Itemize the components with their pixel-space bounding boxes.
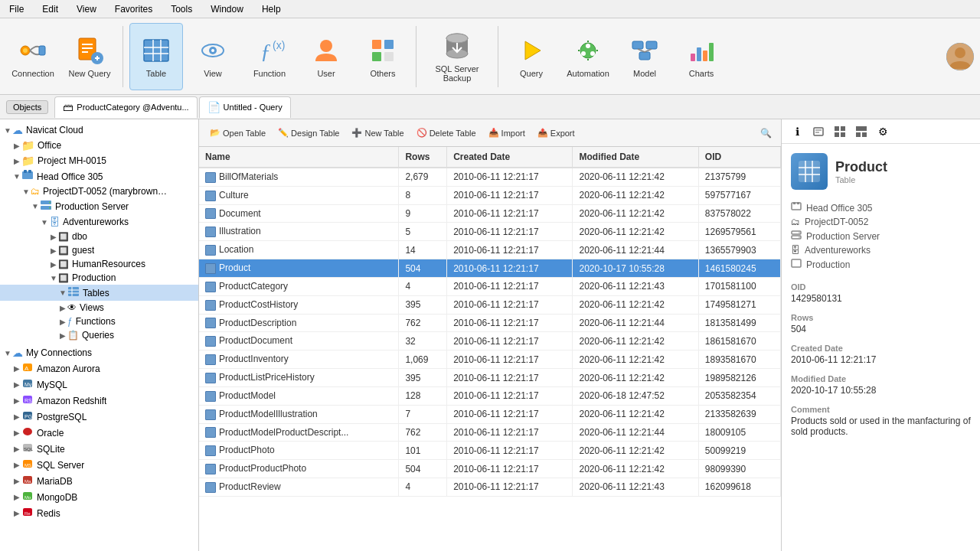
new-table-btn[interactable]: ➕ New Table xyxy=(347,126,408,140)
import-btn[interactable]: 📥 Import xyxy=(484,126,530,140)
sidebar-item-sqlite[interactable]: ▶ SQL SQLite xyxy=(0,441,198,457)
modified-date-label: Modified Date xyxy=(791,374,971,383)
toolbar-query[interactable]: Query xyxy=(505,23,558,90)
open-table-btn[interactable]: 📂 Open Table xyxy=(205,126,270,140)
table-row[interactable]: ProductDescription7622010-06-11 12:21:17… xyxy=(199,314,781,332)
sidebar-item-oracle[interactable]: ▶ Oracle xyxy=(0,425,198,441)
table-row[interactable]: ProductModelProductDescript...7622010-06… xyxy=(199,423,781,442)
toolbar-function[interactable]: ƒ (x) Function xyxy=(243,23,296,90)
table-row[interactable]: ProductModelIllustration72010-06-11 12:2… xyxy=(199,405,781,423)
cell-modified: 2020-06-11 12:21:42 xyxy=(573,223,698,241)
toolbar-connection[interactable]: Connection xyxy=(6,23,60,90)
sidebar-item-guest[interactable]: ▶ 🔲 guest xyxy=(0,243,198,257)
sidebar-item-head-office[interactable]: ▼ Head Office 305 xyxy=(0,168,198,184)
sidebar-item-views[interactable]: ▶ 👁 Views xyxy=(0,301,198,315)
sidebar-item-adventureworks[interactable]: ▼ 🗄 Adventureworks xyxy=(0,214,198,230)
search-box[interactable]: 🔍 xyxy=(756,124,775,142)
toolbar-charts[interactable]: Charts xyxy=(675,23,728,90)
new-query-label: New Query xyxy=(68,69,110,78)
tab-product-category[interactable]: 🗃 ProductCategory @Adventu... xyxy=(54,96,197,118)
menu-file[interactable]: File xyxy=(6,2,27,16)
settings-btn[interactable]: ⚙ xyxy=(874,122,892,141)
sidebar-item-production-server[interactable]: ▼ Production Server xyxy=(0,198,198,214)
detail-rows: Rows 504 xyxy=(791,313,971,334)
tab-bar: Objects 🗃 ProductCategory @Adventu... 📄 … xyxy=(0,95,980,119)
sidebar-item-mariadb[interactable]: ▶ Ma MariaDB xyxy=(0,473,198,489)
sidebar-item-my-connections[interactable]: ▼ ☁ My Connections xyxy=(0,345,198,360)
menu-edit[interactable]: Edit xyxy=(39,2,61,16)
tab-untitled-query[interactable]: 📄 Untitled - Query xyxy=(199,96,291,118)
menu-favorites[interactable]: Favorites xyxy=(112,2,155,16)
ddl-btn[interactable] xyxy=(809,122,828,141)
tables-label: Tables xyxy=(83,288,109,298)
sidebar-item-mongodb[interactable]: ▶ Mo MongoDB xyxy=(0,489,198,505)
sidebar-item-amazon-redshift[interactable]: ▶ RS Amazon Redshift xyxy=(0,393,198,409)
sidebar-item-functions[interactable]: ▶ ƒ Functions xyxy=(0,315,198,328)
toolbar-table[interactable]: Table xyxy=(129,23,183,90)
sidebar-item-dbo[interactable]: ▶ 🔲 dbo xyxy=(0,230,198,243)
table-row[interactable]: ProductCostHistory3952010-06-11 12:21:17… xyxy=(199,295,781,314)
grid-btn[interactable] xyxy=(831,122,849,141)
table-row[interactable]: Document92010-06-11 12:21:172020-06-11 1… xyxy=(199,204,781,223)
production-server-icon xyxy=(40,200,52,213)
cell-oid: 98099390 xyxy=(698,460,780,478)
toolbar-new-query[interactable]: New Query xyxy=(63,23,116,90)
info-btn[interactable]: ℹ xyxy=(788,122,806,141)
sidebar-item-project-mh[interactable]: ▶ 📁 Project MH-0015 xyxy=(0,153,198,168)
sidebar-item-navicat-cloud[interactable]: ▼ ☁ Navicat Cloud xyxy=(0,122,198,138)
table-row[interactable]: ProductInventory1,0692010-06-11 12:21:17… xyxy=(199,350,781,369)
sidebar-item-projectdt[interactable]: ▼ 🗂 ProjectDT-0052 (marybrown… xyxy=(0,184,198,198)
toolbar-sql-backup[interactable]: SQL Server Backup xyxy=(423,23,492,90)
head-office-label: Head Office 305 xyxy=(37,171,103,182)
tables-icon xyxy=(67,286,80,299)
svg-line-43 xyxy=(645,49,652,52)
menu-window[interactable]: Window xyxy=(207,2,247,16)
delete-table-btn[interactable]: 🚫 Delete Table xyxy=(412,126,481,140)
table-row[interactable]: Illustration52010-06-11 12:21:172020-06-… xyxy=(199,223,781,241)
table-row-icon xyxy=(205,373,216,383)
sidebar-item-mysql[interactable]: ▶ My MySQL xyxy=(0,377,198,393)
table-row[interactable]: Location142010-06-11 12:21:172020-06-11 … xyxy=(199,241,781,259)
toolbar-user[interactable]: User xyxy=(299,23,353,90)
menu-view[interactable]: View xyxy=(74,2,100,16)
views-arrow: ▶ xyxy=(58,304,67,312)
table-row[interactable]: ProductListPriceHistory3952010-06-11 12:… xyxy=(199,369,781,387)
sidebar-item-sql-server[interactable]: ▶ MS SQL Server xyxy=(0,457,198,473)
sidebar-item-tables[interactable]: ▼ Tables xyxy=(0,285,198,301)
table-row[interactable]: ProductCategory42010-06-11 12:21:172020-… xyxy=(199,277,781,295)
table-row[interactable]: BillOfMaterials2,6792010-06-11 12:21:172… xyxy=(199,168,781,186)
menu-tools[interactable]: Tools xyxy=(168,2,195,16)
sidebar-item-postgresql[interactable]: ▶ PG PostgreSQL xyxy=(0,409,198,425)
table-container[interactable]: Name Rows Created Date Modified Date OID… xyxy=(199,147,781,551)
sidebar-item-humanresources[interactable]: ▶ 🔲 HumanResources xyxy=(0,257,198,271)
design-table-btn[interactable]: ✏️ Design Table xyxy=(273,126,344,140)
toolbar-others[interactable]: Others xyxy=(356,23,410,90)
sidebar-item-amazon-aurora[interactable]: ▶ A Amazon Aurora xyxy=(0,360,198,377)
delete-table-label: Delete Table xyxy=(430,129,476,138)
table-row[interactable]: ProductReview42010-06-11 12:21:172020-06… xyxy=(199,478,781,497)
sidebar-item-production[interactable]: ▼ 🔲 Production xyxy=(0,271,198,285)
sidebar-item-office[interactable]: ▶ 📁 Office xyxy=(0,138,198,153)
toolbar-automation[interactable]: Automation xyxy=(561,23,615,90)
navicat-cloud-label: Navicat Cloud xyxy=(26,125,83,135)
user-avatar[interactable] xyxy=(946,43,974,70)
export-btn[interactable]: 📤 Export xyxy=(533,126,580,140)
sidebar-item-queries[interactable]: ▶ 📋 Queries xyxy=(0,328,198,342)
mariadb-label: MariaDB xyxy=(37,476,73,487)
meta-projectdt: 🗂 ProjectDT-0052 xyxy=(791,217,971,227)
toolbar-model[interactable]: Model xyxy=(618,23,671,90)
objects-btn[interactable]: Objects xyxy=(6,100,48,114)
svg-text:ƒ: ƒ xyxy=(260,39,271,63)
menu-help[interactable]: Help xyxy=(259,2,284,16)
table-row[interactable]: ProductPhoto1012010-06-11 12:21:172020-0… xyxy=(199,442,781,460)
table-row[interactable]: Culture82010-06-11 12:21:172020-06-11 12… xyxy=(199,186,781,204)
split-btn[interactable] xyxy=(852,122,871,141)
toolbar-view[interactable]: View xyxy=(186,23,240,90)
table-row[interactable]: ProductModel1282010-06-11 12:21:172020-0… xyxy=(199,386,781,405)
table-row[interactable]: ProductDocument322010-06-11 12:21:172020… xyxy=(199,332,781,350)
table-row[interactable]: ProductProductPhoto5042010-06-11 12:21:1… xyxy=(199,460,781,478)
sidebar-item-redis[interactable]: ▶ Re Redis xyxy=(0,505,198,521)
table-row[interactable]: Product5042010-06-11 12:21:172020-10-17 … xyxy=(199,259,781,278)
cell-modified: 2020-06-11 12:21:43 xyxy=(573,478,698,497)
cell-name: Document xyxy=(199,204,399,223)
